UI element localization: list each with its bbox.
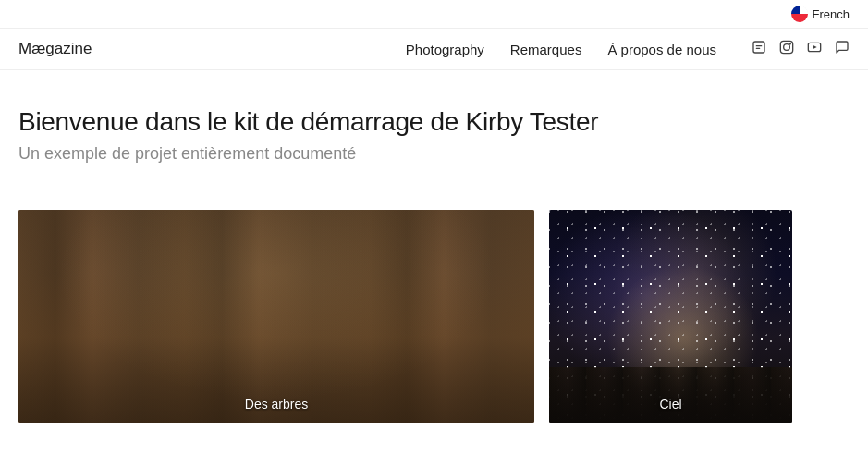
forest-image [18,210,534,423]
discord-icon[interactable] [835,40,850,58]
nav-links: Photography Remarques À propos de nous [406,40,850,58]
hero-subtitle: Un exemple de projet entièrement documen… [18,144,850,164]
sky-image [549,210,792,423]
image-card-trees[interactable]: Des arbres [18,210,534,423]
svg-marker-6 [813,45,817,49]
hero-title: Bienvenue dans le kit de démarrage de Ki… [18,107,850,137]
instagram-icon[interactable] [779,40,794,58]
forest-label: Des arbres [18,397,534,411]
brand-logo[interactable]: Mægazine [18,40,92,58]
nav-about[interactable]: À propos de nous [607,42,716,57]
svg-rect-2 [780,41,792,53]
nav-remarques[interactable]: Remarques [510,42,582,57]
mastodon-icon[interactable] [752,40,766,58]
flag-icon [791,6,808,22]
social-icons [752,40,850,58]
image-card-sky[interactable]: Ciel [549,210,792,423]
language-label: French [813,7,850,21]
svg-point-3 [784,44,790,51]
image-grid: Des arbres Ciel [0,210,868,423]
language-selector[interactable]: French [791,6,850,22]
nav-photography[interactable]: Photography [406,42,484,57]
youtube-icon[interactable] [807,40,822,58]
sky-label: Ciel [549,397,792,411]
hero-section: Bienvenue dans le kit de démarrage de Ki… [0,70,868,210]
svg-rect-1 [753,42,764,53]
navbar: Mægazine Photography Remarques À propos … [0,29,868,70]
svg-point-4 [789,43,790,44]
top-bar: French [0,0,868,29]
